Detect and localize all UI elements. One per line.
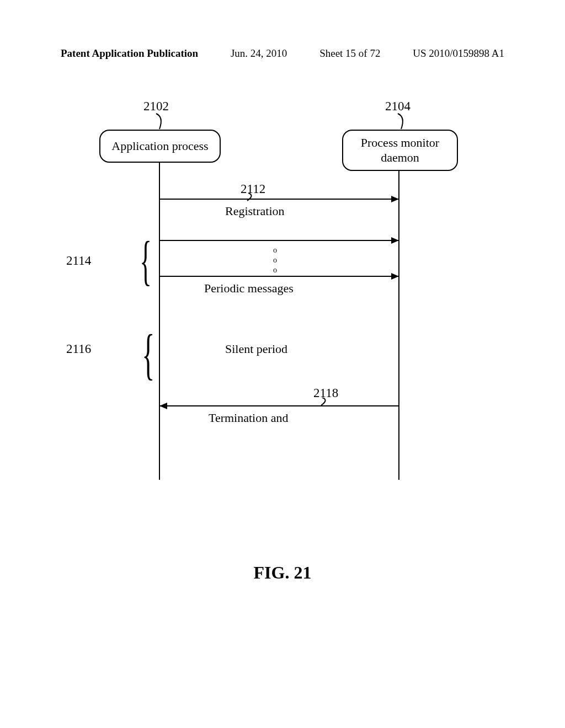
application-process-label: Application process — [111, 139, 208, 153]
leader-2102 — [152, 113, 168, 132]
arrow-periodic-top — [160, 240, 398, 241]
dot-1: o — [273, 245, 277, 255]
application-process-box: Application process — [99, 130, 221, 163]
lifeline-daemon — [398, 171, 399, 480]
lifeline-application — [159, 163, 160, 480]
ref-2116: 2116 — [66, 342, 91, 356]
ref-2104: 2104 — [385, 99, 411, 114]
header-pubno: US 2010/0159898 A1 — [413, 47, 504, 60]
arrow-termination — [160, 405, 398, 406]
dot-2: o — [273, 255, 277, 265]
arrow-periodic-bottom — [160, 276, 398, 277]
leader-2112 — [243, 193, 259, 203]
msg-termination: Termination and — [209, 411, 288, 425]
figure-caption: FIG. 21 — [0, 563, 565, 583]
page-header: Patent Application Publication Jun. 24, … — [0, 47, 565, 60]
header-publication: Patent Application Publication — [61, 47, 198, 60]
msg-registration: Registration — [225, 204, 285, 218]
process-monitor-label-2: daemon — [381, 151, 419, 165]
msg-silent: Silent period — [225, 342, 287, 356]
sequence-diagram: 2102 2104 Application process Process mo… — [77, 99, 463, 513]
periodic-dots: o o o — [273, 245, 277, 276]
header-sheet: Sheet 15 of 72 — [319, 47, 380, 60]
brace-2114: { — [140, 229, 152, 292]
process-monitor-label-1: Process monitor — [361, 136, 439, 150]
process-monitor-daemon-box: Process monitor daemon — [342, 130, 458, 171]
header-date: Jun. 24, 2010 — [231, 47, 287, 60]
dot-3: o — [273, 265, 277, 275]
leader-2104 — [393, 113, 410, 132]
ref-2102: 2102 — [143, 99, 169, 114]
brace-2116: { — [142, 322, 154, 386]
arrow-registration — [160, 199, 398, 200]
msg-periodic: Periodic messages — [204, 281, 294, 296]
ref-2114: 2114 — [66, 254, 91, 268]
